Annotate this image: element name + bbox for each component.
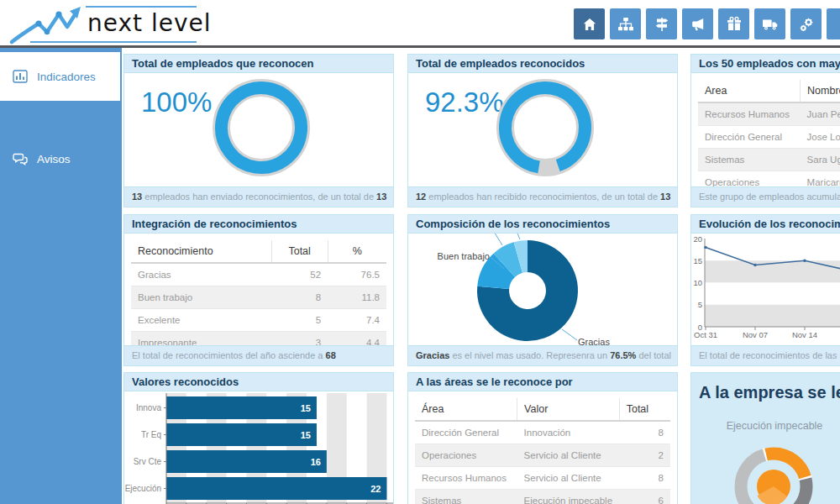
reconocidos-donut-chart <box>491 73 600 186</box>
org-chart-icon <box>617 16 634 33</box>
svg-text:Nov 07: Nov 07 <box>743 330 768 339</box>
card-footer: 12 empleados han recibido reconocimiento… <box>408 186 677 207</box>
card-footer: El total de reconocimientos del año asci… <box>124 345 393 365</box>
card-title: Los 50 empleados con mayor número <box>691 55 840 73</box>
column-header: Area <box>698 80 801 102</box>
card-empresa: A la empresa se le reconoce por Ejecució… <box>690 372 840 504</box>
gift-icon <box>726 16 743 33</box>
table-row: Dirección GeneralInnovación8 <box>415 421 670 444</box>
logo-chart-icon[interactable] <box>7 3 87 49</box>
card-valores: Valores reconocidos 15Innova15Tr Eq16Srv… <box>123 372 394 504</box>
nav-home-button[interactable] <box>574 8 605 39</box>
card-empleados-reconocidos: Total de empleados reconocidos 92.3% 12 … <box>407 54 678 207</box>
card-footer: 13 empleados han enviado reconocimientos… <box>124 186 393 207</box>
column-header: % <box>328 240 386 263</box>
svg-text:Tr Eq: Tr Eq <box>141 430 161 439</box>
table-row: SistemasSara Ugalde <box>698 149 840 171</box>
truck-icon <box>762 16 779 33</box>
empresa-subtitle: Ejecución impecable <box>698 420 840 432</box>
column-header: Total <box>619 398 670 421</box>
card-empleados-reconocen: Total de empleados que reconocen 100% 13… <box>123 54 394 207</box>
main-nav <box>574 8 840 39</box>
valores-bar-chart: 15Innova15Tr Eq16Srv Cte22Ejecución <box>124 391 393 504</box>
chat-bubbles-icon <box>12 150 29 167</box>
nav-gift-button[interactable] <box>718 8 749 39</box>
table-row: Dirección GeneralJose Lopez <box>698 126 840 149</box>
nav-more-button[interactable] <box>827 8 840 39</box>
svg-text:Gracias: Gracias <box>578 337 610 345</box>
column-header: Valor <box>517 398 620 421</box>
top-empleados-table: Area Nombre Recursos HumanosJuan Perez D… <box>698 80 840 186</box>
svg-text:15: 15 <box>693 256 702 265</box>
gears-icon <box>798 16 815 33</box>
sidebar-item-avisos[interactable]: Avisos <box>0 144 122 173</box>
card-footer: Gracias es el nivel mas usado. Represenr… <box>408 345 677 365</box>
svg-text:10: 10 <box>693 278 702 287</box>
card-evolucion: Evolución de los reconocimientos 0510152… <box>690 214 840 366</box>
card-footer: Este grupo de empleados acumula el 100.0… <box>691 186 840 207</box>
table-row: Gracias5276.5 <box>131 263 386 286</box>
table-row: Buen trabajo811.8 <box>131 286 386 309</box>
card-title: Composición de los reconocimientos <box>408 215 677 234</box>
areas-table: Área Valor Total Dirección GeneralInnova… <box>415 398 670 504</box>
table-row: OperacionesServicio al Cliente2 <box>415 444 670 467</box>
nav-truck-button[interactable] <box>754 8 785 39</box>
svg-text:Ejecución: Ejecución <box>125 484 161 493</box>
card-title: Integración de reconocimientos <box>124 215 393 234</box>
sidebar-item-indicadores[interactable]: Indicadores <box>0 52 120 101</box>
svg-text:16: 16 <box>311 457 321 467</box>
svg-text:Srv Cte: Srv Cte <box>134 457 162 466</box>
signpost-icon <box>654 16 670 33</box>
home-icon <box>581 16 598 33</box>
svg-text:5: 5 <box>698 300 702 309</box>
svg-text:Buen trabajo: Buen trabajo <box>438 251 490 261</box>
reconocen-donut-chart <box>207 73 316 186</box>
svg-text:Innova: Innova <box>136 403 161 412</box>
table-row: SistemasEjecución impecable6 <box>415 490 670 504</box>
nav-settings-button[interactable] <box>790 8 822 39</box>
sidebar-item-label: Indicadores <box>37 71 96 83</box>
column-header: Área <box>415 398 517 421</box>
card-title: Valores reconocidos <box>124 373 393 391</box>
sidebar-item-label: Avisos <box>37 153 71 165</box>
logo-rule-top <box>86 6 197 8</box>
svg-text:Oct 31: Oct 31 <box>694 330 717 339</box>
card-title: Total de empleados que reconocen <box>124 55 393 73</box>
svg-text:15: 15 <box>301 430 311 440</box>
svg-text:Nov 14: Nov 14 <box>792 330 817 339</box>
integracion-table: Reconocimiento Total % Gracias5276.5 Bue… <box>131 240 386 345</box>
table-row: Recursos HumanosServicio al Cliente8 <box>415 467 670 490</box>
composicion-pie-chart: Buen trabajoGracias <box>408 234 677 345</box>
top-bar: next level <box>0 0 840 48</box>
sidebar: Indicadores Avisos <box>0 48 122 504</box>
table-row: Recursos HumanosJuan Perez <box>698 102 840 126</box>
percent-value: 100% <box>141 87 212 118</box>
table-row: Excelente57.4 <box>131 309 386 332</box>
card-integracion: Integración de reconocimientos Reconocim… <box>123 214 394 366</box>
card-footer: El total de reconocimientos de las últim… <box>691 345 840 365</box>
svg-text:20: 20 <box>693 234 702 244</box>
nav-org-chart-button[interactable] <box>610 8 641 39</box>
column-header: Total <box>271 240 328 263</box>
card-title: A las áreas se le reconoce por <box>408 373 677 391</box>
logo-text[interactable]: next level <box>87 9 212 37</box>
nav-signpost-button[interactable] <box>646 8 677 39</box>
card-top-empleados: Los 50 empleados con mayor número Area N… <box>690 54 840 207</box>
card-title: Total de empleados reconocidos <box>408 55 677 73</box>
table-row: Impresonante34.4 <box>131 332 386 346</box>
empresa-title: A la empresa se le reconoce por <box>699 383 840 402</box>
dashboard-root: { "header": { "logo_text": "next level",… <box>0 0 840 504</box>
evolucion-line-chart: 05101520Oct 31Nov 07Nov 14 <box>691 234 840 345</box>
svg-text:15: 15 <box>301 403 311 413</box>
card-composicion: Composición de los reconocimientos Buen … <box>407 214 678 366</box>
table-row: OperacionesMaricarmen <box>698 171 840 187</box>
card-areas: A las áreas se le reconoce por Área Valo… <box>407 372 678 504</box>
column-header: Reconocimiento <box>131 240 271 263</box>
svg-text:22: 22 <box>370 484 381 494</box>
column-header: Nombre <box>801 80 840 102</box>
megaphone-icon <box>690 16 706 33</box>
target-medal-icon <box>727 440 820 504</box>
bar-chart-icon <box>12 68 29 85</box>
card-title: Evolución de los reconocimientos <box>691 215 840 234</box>
nav-megaphone-button[interactable] <box>682 8 713 39</box>
